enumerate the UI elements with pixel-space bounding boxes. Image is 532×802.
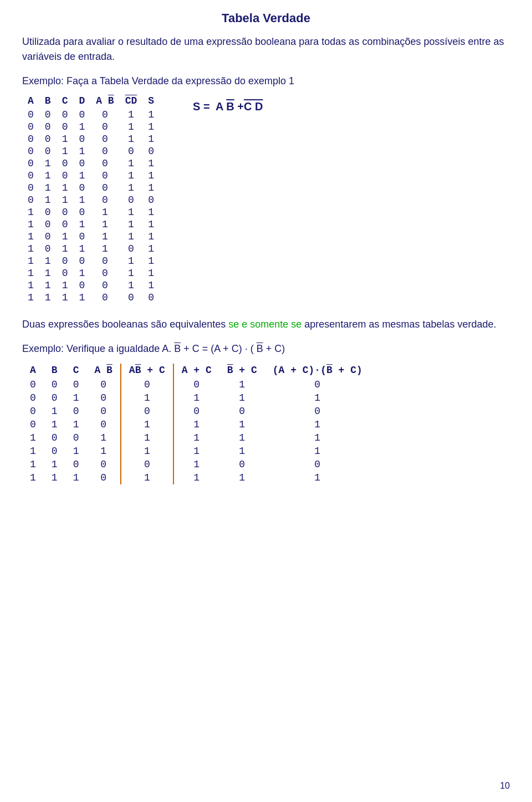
col-AB: A B bbox=[90, 95, 119, 109]
table-cell: 1 bbox=[142, 170, 160, 182]
tables-row: A B C D A B CD S 00000110001011001001100… bbox=[22, 95, 510, 304]
table-cell: 0 bbox=[57, 170, 74, 182]
t2-col-AB: A B bbox=[86, 364, 120, 378]
table-cell: 1 bbox=[57, 133, 74, 145]
table-cell: 0 bbox=[90, 133, 119, 145]
table-cell: 1 bbox=[121, 431, 173, 445]
table-cell: 0 bbox=[39, 121, 57, 133]
table-cell: 1 bbox=[73, 121, 90, 133]
table-cell: 0 bbox=[65, 405, 87, 418]
table-cell: 0 bbox=[39, 133, 57, 145]
table-cell: 1 bbox=[39, 255, 57, 267]
page-title: Tabela Verdade bbox=[22, 11, 510, 25]
table-cell: 1 bbox=[73, 243, 90, 255]
table-cell: 1 bbox=[265, 391, 370, 405]
t2-col-B: B bbox=[44, 364, 65, 378]
table-cell: 1 bbox=[219, 418, 265, 431]
table-cell: 1 bbox=[265, 418, 370, 431]
table-cell: 1 bbox=[121, 471, 173, 484]
table-cell: 0 bbox=[86, 458, 120, 471]
table-cell: 1 bbox=[73, 292, 90, 304]
table-cell: 1 bbox=[120, 231, 143, 243]
table-cell: 1 bbox=[65, 418, 87, 431]
table-cell: 1 bbox=[120, 157, 143, 170]
table-cell: 1 bbox=[65, 445, 87, 458]
table-cell: 1 bbox=[22, 218, 39, 231]
table-cell: 1 bbox=[22, 231, 39, 243]
t2-col-C: C bbox=[65, 364, 87, 378]
table-cell: 1 bbox=[22, 206, 39, 218]
table-cell: 1 bbox=[90, 218, 119, 231]
table-cell: 0 bbox=[73, 206, 90, 218]
table-cell: 1 bbox=[219, 391, 265, 405]
table-cell: 1 bbox=[39, 170, 57, 182]
table-cell: 1 bbox=[90, 231, 119, 243]
table-cell: 1 bbox=[173, 418, 219, 431]
table-cell: 1 bbox=[73, 218, 90, 231]
table-cell: 0 bbox=[86, 378, 120, 391]
table-cell: 1 bbox=[44, 458, 65, 471]
table-cell: 1 bbox=[57, 292, 74, 304]
table-cell: 0 bbox=[73, 109, 90, 121]
table-cell: 1 bbox=[142, 206, 160, 218]
table-cell: 1 bbox=[120, 267, 143, 279]
col-S: S bbox=[142, 95, 160, 109]
table-cell: 1 bbox=[219, 431, 265, 445]
table-cell: 0 bbox=[90, 255, 119, 267]
table-cell: 1 bbox=[173, 445, 219, 458]
table-cell: 0 bbox=[142, 194, 160, 206]
example2-header: Exemplo: Verifique a igualdade A. B + C … bbox=[22, 343, 510, 355]
table-cell: 0 bbox=[121, 405, 173, 418]
table-cell: 0 bbox=[57, 157, 74, 170]
table-cell: 1 bbox=[57, 279, 74, 292]
table-cell: 0 bbox=[73, 133, 90, 145]
table-cell: 1 bbox=[265, 431, 370, 445]
table-cell: 1 bbox=[39, 292, 57, 304]
se-text: se e somente se bbox=[228, 319, 301, 330]
truth-table-1: A B C D A B CD S 00000110001011001001100… bbox=[22, 95, 160, 304]
table-cell: 1 bbox=[142, 133, 160, 145]
table-cell: 1 bbox=[22, 292, 39, 304]
table-cell: 0 bbox=[90, 182, 119, 194]
table-cell: 0 bbox=[86, 418, 120, 431]
table-cell: 0 bbox=[120, 194, 143, 206]
table-cell: 0 bbox=[73, 279, 90, 292]
table-cell: 1 bbox=[173, 431, 219, 445]
t2-col-BplusC: B + C bbox=[219, 364, 265, 378]
table-cell: 0 bbox=[173, 405, 219, 418]
table-cell: 1 bbox=[39, 194, 57, 206]
intro-text: Utilizada para avaliar o resultado de um… bbox=[22, 34, 510, 64]
table-cell: 1 bbox=[142, 121, 160, 133]
table-cell: 0 bbox=[73, 255, 90, 267]
table-cell: 0 bbox=[65, 458, 87, 471]
table-cell: 0 bbox=[86, 471, 120, 484]
table-cell: 1 bbox=[142, 231, 160, 243]
table-cell: 0 bbox=[39, 145, 57, 157]
table-cell: 0 bbox=[22, 182, 39, 194]
table-cell: 0 bbox=[90, 109, 119, 121]
table-cell: 1 bbox=[57, 182, 74, 194]
table-cell: 1 bbox=[57, 231, 74, 243]
table-cell: 0 bbox=[90, 121, 119, 133]
table-cell: 1 bbox=[219, 378, 265, 391]
table-cell: 1 bbox=[120, 109, 143, 121]
formula1-box: S = A B +C D bbox=[193, 95, 263, 113]
table-cell: 1 bbox=[265, 445, 370, 458]
table-cell: 0 bbox=[57, 267, 74, 279]
table-cell: 0 bbox=[265, 405, 370, 418]
table-cell: 0 bbox=[44, 378, 65, 391]
table-cell: 1 bbox=[57, 145, 74, 157]
table-cell: 1 bbox=[142, 255, 160, 267]
table-cell: 1 bbox=[219, 445, 265, 458]
table-cell: 1 bbox=[219, 471, 265, 484]
table-cell: 0 bbox=[39, 231, 57, 243]
table-cell: 1 bbox=[73, 194, 90, 206]
table-cell: 1 bbox=[73, 145, 90, 157]
equivalence-text: Duas expressões booleanas são equivalent… bbox=[22, 317, 510, 332]
table-cell: 0 bbox=[90, 145, 119, 157]
table-cell: 0 bbox=[22, 157, 39, 170]
table-cell: 1 bbox=[22, 445, 44, 458]
table-cell: 0 bbox=[57, 218, 74, 231]
col-B: B bbox=[39, 95, 57, 109]
table-cell: 1 bbox=[120, 206, 143, 218]
